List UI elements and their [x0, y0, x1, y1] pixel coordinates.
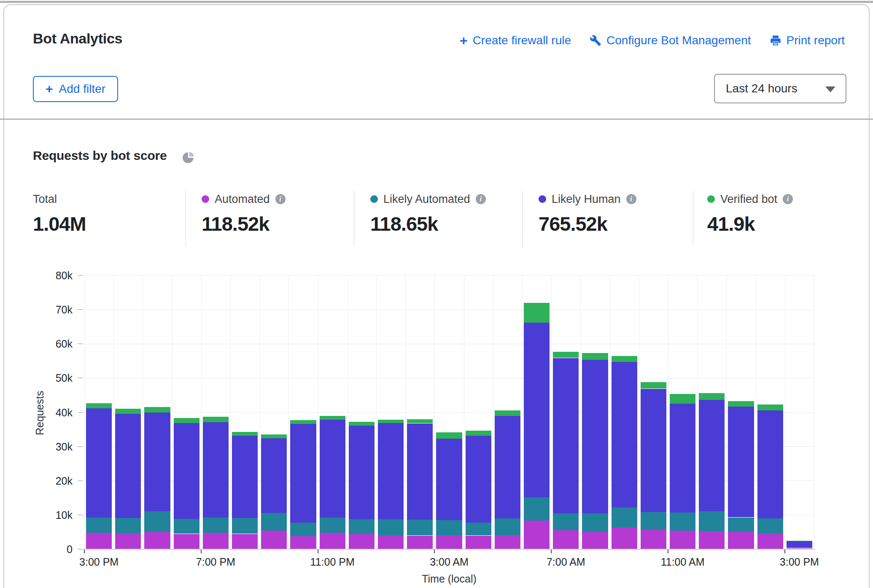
bar-16-automated[interactable] [553, 530, 579, 549]
bar-1-automated[interactable] [115, 534, 141, 549]
bar-13-likely-automated[interactable] [466, 523, 491, 536]
bar-22-verified-bot[interactable] [728, 401, 754, 407]
bar-5-automated[interactable] [232, 534, 258, 550]
bar-2-automated[interactable] [144, 532, 170, 549]
bar-4-automated[interactable] [203, 533, 229, 549]
bar-20-automated[interactable] [670, 531, 695, 549]
bar-17-verified-bot[interactable] [582, 353, 608, 360]
bar-16-verified-bot[interactable] [553, 352, 579, 358]
bar-18-automated[interactable] [612, 528, 637, 549]
bar-2-likely-human[interactable] [144, 413, 170, 512]
configure-bot-management-link[interactable]: Configure Bot Management [590, 34, 751, 47]
bar-10-automated[interactable] [378, 536, 404, 549]
time-range-select[interactable]: Last 24 hours [714, 74, 846, 103]
bar-17-likely-automated[interactable] [582, 513, 608, 532]
info-icon[interactable]: i [275, 194, 286, 204]
bar-16-likely-human[interactable] [553, 358, 579, 513]
bar-22-likely-automated[interactable] [728, 518, 754, 532]
bar-23-automated[interactable] [757, 534, 783, 549]
bar-11-likely-automated[interactable] [407, 519, 433, 535]
bar-4-likely-human[interactable] [203, 422, 229, 518]
bar-18-verified-bot[interactable] [612, 356, 637, 362]
bar-11-verified-bot[interactable] [407, 419, 433, 423]
bar-14-likely-human[interactable] [495, 416, 520, 518]
bar-11-automated[interactable] [407, 536, 433, 550]
bar-1-verified-bot[interactable] [115, 409, 141, 414]
bar-11-likely-human[interactable] [407, 423, 433, 520]
bar-2-verified-bot[interactable] [144, 407, 170, 413]
bar-15-likely-human[interactable] [524, 323, 550, 497]
info-icon[interactable]: i [476, 194, 486, 204]
bar-14-verified-bot[interactable] [495, 410, 520, 415]
bar-1-likely-human[interactable] [115, 414, 141, 518]
bar-1-likely-automated[interactable] [115, 518, 141, 534]
bar-12-likely-automated[interactable] [436, 520, 462, 535]
bar-15-verified-bot[interactable] [524, 303, 550, 323]
bar-21-likely-human[interactable] [699, 400, 725, 511]
bar-4-verified-bot[interactable] [203, 417, 229, 422]
bar-15-automated[interactable] [524, 521, 550, 549]
bar-22-likely-human[interactable] [728, 407, 754, 518]
bar-15-likely-automated[interactable] [524, 497, 550, 521]
bar-6-automated[interactable] [261, 531, 287, 549]
bar-9-automated[interactable] [349, 534, 375, 549]
bar-17-likely-human[interactable] [582, 360, 608, 513]
bar-20-likely-automated[interactable] [670, 512, 695, 531]
bar-3-automated[interactable] [174, 534, 199, 550]
bar-6-likely-automated[interactable] [261, 513, 287, 531]
bar-24-likely-human[interactable] [787, 541, 812, 548]
bar-0-likely-automated[interactable] [86, 518, 112, 533]
bar-19-verified-bot[interactable] [641, 382, 666, 388]
bar-21-automated[interactable] [699, 531, 725, 549]
bar-8-automated[interactable] [320, 533, 345, 549]
create-firewall-rule-link[interactable]: + Create firewall rule [460, 34, 571, 47]
bar-13-likely-human[interactable] [466, 436, 491, 523]
bar-21-likely-automated[interactable] [699, 511, 725, 531]
bar-19-likely-automated[interactable] [641, 512, 666, 529]
bar-13-automated[interactable] [466, 536, 491, 550]
bar-19-likely-human[interactable] [641, 389, 666, 512]
bar-7-verified-bot[interactable] [290, 420, 316, 424]
bar-8-likely-automated[interactable] [320, 518, 345, 533]
bar-5-likely-automated[interactable] [232, 518, 258, 534]
bar-10-likely-human[interactable] [378, 423, 404, 520]
bar-6-verified-bot[interactable] [261, 434, 287, 438]
bar-5-likely-human[interactable] [232, 436, 258, 518]
bar-20-verified-bot[interactable] [670, 394, 695, 404]
bar-19-automated[interactable] [641, 530, 666, 549]
bar-24-likely-automated[interactable] [787, 548, 812, 548]
bar-0-likely-human[interactable] [86, 408, 112, 518]
bar-21-verified-bot[interactable] [699, 393, 725, 400]
bar-9-likely-automated[interactable] [349, 519, 375, 534]
bar-23-verified-bot[interactable] [757, 405, 783, 411]
info-icon[interactable]: i [626, 194, 636, 204]
bar-6-likely-human[interactable] [261, 438, 287, 513]
bar-10-verified-bot[interactable] [378, 420, 404, 423]
info-icon[interactable]: i [783, 194, 793, 204]
bar-17-automated[interactable] [582, 532, 608, 549]
bar-22-automated[interactable] [728, 532, 754, 549]
bar-0-verified-bot[interactable] [86, 403, 112, 408]
bar-23-likely-human[interactable] [757, 410, 783, 518]
bar-18-likely-automated[interactable] [612, 507, 637, 528]
bar-5-verified-bot[interactable] [232, 432, 258, 436]
bar-18-likely-human[interactable] [612, 362, 637, 507]
bar-24-verified-bot[interactable] [787, 541, 812, 541]
bar-14-automated[interactable] [495, 535, 520, 549]
bar-12-verified-bot[interactable] [436, 432, 462, 439]
bar-9-verified-bot[interactable] [349, 422, 375, 426]
bar-0-automated[interactable] [86, 533, 112, 549]
bar-7-likely-human[interactable] [290, 424, 316, 523]
bar-23-likely-automated[interactable] [757, 518, 783, 534]
bar-2-likely-automated[interactable] [144, 511, 170, 532]
bar-12-automated[interactable] [436, 535, 462, 549]
bar-13-verified-bot[interactable] [466, 431, 491, 436]
bar-10-likely-automated[interactable] [378, 519, 404, 536]
bar-3-likely-human[interactable] [174, 423, 199, 519]
bar-20-likely-human[interactable] [670, 404, 695, 512]
bar-3-verified-bot[interactable] [174, 418, 199, 423]
bar-12-likely-human[interactable] [436, 439, 462, 520]
bar-8-verified-bot[interactable] [320, 416, 345, 420]
add-filter-button[interactable]: + Add filter [33, 76, 118, 102]
bar-9-likely-human[interactable] [349, 426, 375, 519]
